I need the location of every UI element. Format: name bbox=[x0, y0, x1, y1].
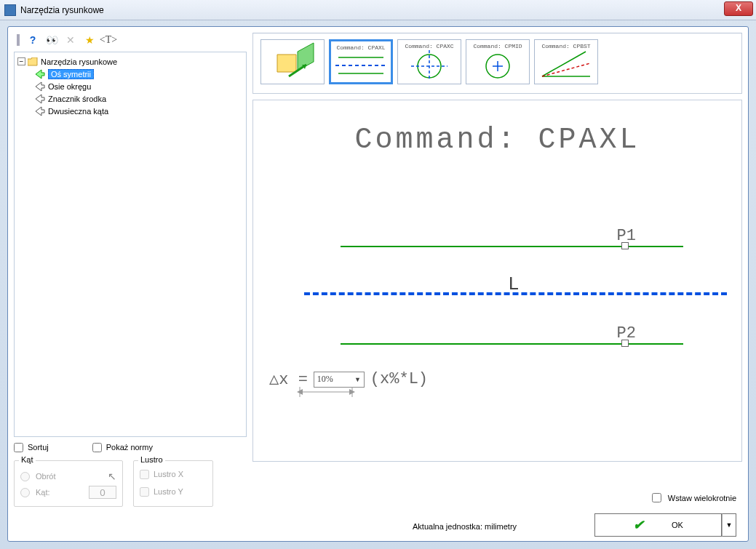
tree-view[interactable]: − Narzędzia rysunkowe Oś symetrii Osie o… bbox=[14, 52, 247, 437]
bottom-bar: Aktualna jednostka: milimetry Wstaw wiel… bbox=[252, 470, 742, 541]
item-icon bbox=[35, 94, 45, 104]
preview-pane: Command: CPAXL P1 L P2 △x = 10% ▼ (x%*L) bbox=[252, 100, 742, 462]
L-label: L bbox=[508, 273, 520, 295]
mirror-y-label: Lustro Y bbox=[154, 487, 183, 496]
item-icon bbox=[35, 81, 45, 92]
rotate-radio-row[interactable]: Obrót ↖ bbox=[20, 468, 116, 484]
insert-multiple-label: Wstaw wielokrotnie bbox=[668, 494, 736, 502]
insert-multiple-checkbox[interactable]: Wstaw wielokrotnie bbox=[649, 491, 736, 505]
delete-icon[interactable]: ✕ bbox=[65, 34, 76, 46]
text-format-icon[interactable]: <T> bbox=[103, 34, 114, 46]
mirror-y-checkbox[interactable]: Lustro Y bbox=[140, 486, 207, 497]
thumb-cpbst[interactable]: Command: CPBST bbox=[534, 39, 598, 84]
thumb-cpaxl[interactable]: Command: CPAXL bbox=[329, 39, 393, 84]
svg-line-11 bbox=[542, 63, 590, 76]
tree-item-dwusieczna-kata[interactable]: Dwusieczna kąta bbox=[15, 105, 246, 117]
tree-item-label: Dwusieczna kąta bbox=[48, 107, 108, 116]
p1-handle bbox=[621, 242, 629, 249]
thumb-cpaxc[interactable]: Command: CPAXC bbox=[397, 39, 461, 84]
tree-item-osie-okregu[interactable]: Osie okręgu bbox=[15, 80, 246, 92]
delta-x-value: 10% bbox=[317, 374, 333, 385]
line-p2 bbox=[341, 343, 683, 345]
mirror-y-input[interactable] bbox=[140, 487, 149, 497]
dropdown-caret-icon: ▼ bbox=[726, 521, 733, 529]
sort-checkbox[interactable]: Sortuj bbox=[14, 441, 49, 453]
ok-label: OK bbox=[672, 521, 683, 529]
delta-x-select[interactable]: 10% ▼ bbox=[314, 372, 365, 388]
angle-group: Kąt Obrót ↖ Kąt: bbox=[14, 460, 123, 507]
angle-label: Kąt: bbox=[36, 488, 50, 497]
show-norms-checkbox[interactable]: Pokaż normy bbox=[92, 441, 153, 453]
line-p1 bbox=[341, 246, 683, 247]
tree-item-os-symetrii[interactable]: Oś symetrii bbox=[15, 68, 246, 80]
tree-item-label: Osie okręgu bbox=[48, 82, 91, 91]
thumb-category[interactable] bbox=[260, 39, 325, 84]
sort-label: Sortuj bbox=[28, 443, 49, 452]
tree-root[interactable]: − Narzędzia rysunkowe bbox=[15, 55, 246, 68]
app-icon bbox=[4, 4, 16, 16]
angle-input[interactable] bbox=[89, 486, 116, 499]
dialog-body: ? 👀 ✕ ★ <T> − Narzędzia rysunkowe Oś sym… bbox=[7, 26, 749, 542]
left-column: ? 👀 ✕ ★ <T> − Narzędzia rysunkowe Oś sym… bbox=[14, 33, 247, 507]
unit-label: Aktualna jednostka: milimetry bbox=[413, 522, 517, 531]
titlebar: Narzędzia rysunkowe X bbox=[0, 0, 756, 20]
checkmark-icon: ✔ bbox=[633, 517, 644, 533]
favorite-icon[interactable]: ★ bbox=[84, 34, 95, 46]
mirror-group: Lustro Lustro X Lustro Y bbox=[133, 460, 213, 507]
tree-item-label: Oś symetrii bbox=[48, 69, 94, 79]
sort-checkbox-input[interactable] bbox=[14, 443, 23, 452]
close-button[interactable]: X bbox=[724, 1, 753, 16]
delta-x-suffix: (x%*L) bbox=[370, 370, 428, 388]
thumbnail-bar: Command: CPAXL Command: CPAXC Comm bbox=[252, 33, 742, 94]
show-norms-checkbox-input[interactable] bbox=[92, 443, 102, 452]
dropdown-caret-icon: ▼ bbox=[354, 376, 361, 383]
cursor-icon: ↖ bbox=[108, 470, 116, 482]
ok-button-group: ✔ OK ▼ bbox=[594, 513, 736, 537]
p2-handle bbox=[621, 340, 629, 347]
preview-title: Command: CPAXL bbox=[253, 124, 741, 156]
tree-item-label: Znacznik środka bbox=[48, 95, 106, 103]
angle-legend: Kąt bbox=[19, 455, 36, 464]
thumb-cpmid[interactable]: Command: CPMID bbox=[466, 39, 530, 84]
ok-dropdown-button[interactable]: ▼ bbox=[722, 513, 736, 537]
ok-button[interactable]: ✔ OK bbox=[594, 513, 722, 537]
dim-arrows-icon bbox=[297, 387, 355, 398]
item-icon bbox=[35, 106, 45, 116]
collapse-icon[interactable]: − bbox=[17, 57, 25, 65]
window-title: Narzędzia rysunkowe bbox=[20, 5, 104, 15]
rotate-label: Obrót bbox=[36, 472, 56, 481]
binoculars-icon[interactable]: 👀 bbox=[46, 34, 57, 46]
tree-root-label: Narzędzia rysunkowe bbox=[41, 57, 117, 66]
show-norms-label: Pokaż normy bbox=[106, 443, 153, 452]
mirror-x-label: Lustro X bbox=[154, 470, 183, 478]
mirror-x-checkbox[interactable]: Lustro X bbox=[140, 468, 207, 480]
svg-line-10 bbox=[542, 52, 586, 76]
angle-radio[interactable] bbox=[20, 488, 30, 497]
below-tree-checks: Sortuj Pokaż normy bbox=[14, 441, 247, 453]
help-icon[interactable]: ? bbox=[27, 34, 39, 46]
delta-x-prefix: △x = bbox=[269, 369, 308, 389]
mirror-x-input[interactable] bbox=[140, 470, 149, 479]
delta-x-row: △x = 10% ▼ (x%*L) bbox=[269, 369, 428, 389]
toolbar-grip bbox=[17, 34, 20, 46]
folder-icon bbox=[28, 57, 38, 66]
angle-radio-row[interactable]: Kąt: bbox=[20, 484, 116, 500]
insert-multiple-input[interactable] bbox=[652, 493, 661, 502]
item-icon bbox=[35, 69, 45, 79]
mirror-legend: Lustro bbox=[138, 455, 165, 464]
left-toolbar: ? 👀 ✕ ★ <T> bbox=[14, 33, 247, 47]
rotate-radio[interactable] bbox=[20, 472, 30, 481]
tree-item-znacznik-srodka[interactable]: Znacznik środka bbox=[15, 92, 246, 105]
